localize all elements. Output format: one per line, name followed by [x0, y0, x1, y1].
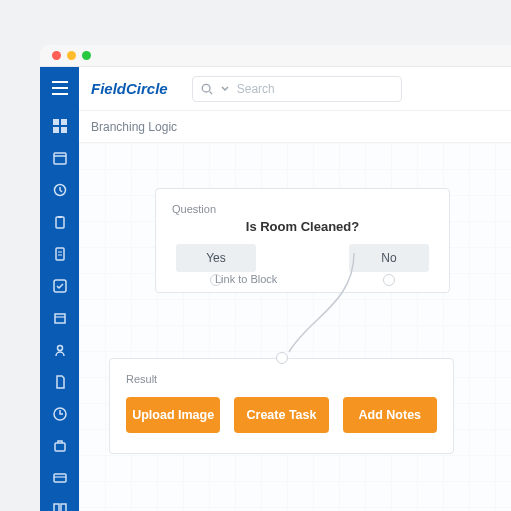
- maximize-window-dot[interactable]: [82, 51, 91, 60]
- breadcrumb-text: Branching Logic: [91, 120, 177, 134]
- svg-rect-13: [55, 443, 65, 451]
- svg-rect-7: [58, 216, 62, 218]
- options-row: Yes No: [172, 244, 433, 272]
- svg-rect-10: [55, 314, 65, 323]
- option-yes[interactable]: Yes: [176, 244, 256, 272]
- app-body: $ FieldCircle Branching Logic Question I…: [40, 67, 511, 511]
- add-notes-button[interactable]: Add Notes: [343, 397, 437, 433]
- sidebar: $: [40, 67, 79, 511]
- link-to-block-label: Link to Block: [215, 273, 277, 285]
- search-input[interactable]: [237, 82, 393, 96]
- question-node[interactable]: Question Is Room Cleaned? Yes No: [155, 188, 450, 293]
- svg-rect-15: [54, 504, 59, 511]
- clipboard-icon[interactable]: [52, 215, 68, 229]
- briefcase-icon[interactable]: [52, 439, 68, 453]
- question-node-label: Question: [172, 203, 433, 215]
- breadcrumb: Branching Logic: [79, 111, 511, 143]
- upload-image-button[interactable]: Upload Image: [126, 397, 220, 433]
- result-node[interactable]: Result Upload Image Create Task Add Note…: [109, 358, 454, 454]
- svg-rect-0: [53, 119, 59, 125]
- create-task-button[interactable]: Create Task: [234, 397, 328, 433]
- brand-logo: FieldCircle: [91, 80, 168, 97]
- option-no[interactable]: No: [349, 244, 429, 272]
- svg-rect-4: [54, 153, 66, 164]
- main-area: FieldCircle Branching Logic Question Is …: [79, 67, 511, 511]
- document-icon[interactable]: [52, 375, 68, 389]
- contacts-icon[interactable]: [52, 343, 68, 357]
- titlebar: [40, 45, 511, 67]
- search-box[interactable]: [192, 76, 402, 102]
- svg-rect-3: [61, 127, 67, 133]
- clock-icon[interactable]: [52, 407, 68, 421]
- svg-rect-6: [56, 217, 64, 228]
- svg-rect-8: [56, 248, 64, 260]
- option-no-label: No: [381, 251, 396, 265]
- checklist-icon[interactable]: [52, 279, 68, 293]
- actions-row: Upload Image Create Task Add Notes: [126, 397, 437, 433]
- invoice-icon[interactable]: [52, 247, 68, 261]
- calendar-icon[interactable]: [52, 151, 68, 165]
- svg-point-21: [202, 84, 210, 92]
- chevron-down-icon: [221, 85, 229, 93]
- package-icon[interactable]: [52, 311, 68, 325]
- card-icon[interactable]: [52, 471, 68, 485]
- minimize-window-dot[interactable]: [67, 51, 76, 60]
- result-node-label: Result: [126, 373, 437, 385]
- search-icon: [201, 83, 213, 95]
- svg-rect-16: [61, 504, 66, 511]
- close-window-dot[interactable]: [52, 51, 61, 60]
- app-window: $ FieldCircle Branching Logic Question I…: [40, 45, 511, 511]
- menu-icon[interactable]: [51, 81, 69, 95]
- svg-rect-14: [54, 474, 66, 482]
- history-icon[interactable]: [52, 183, 68, 197]
- port-no[interactable]: [383, 274, 395, 286]
- topbar: FieldCircle: [79, 67, 511, 111]
- svg-point-11: [57, 346, 62, 351]
- port-result-in[interactable]: [276, 352, 288, 364]
- dashboard-icon[interactable]: [52, 119, 68, 133]
- option-yes-label: Yes: [206, 251, 226, 265]
- question-text: Is Room Cleaned?: [172, 219, 433, 234]
- svg-rect-2: [53, 127, 59, 133]
- svg-rect-1: [61, 119, 67, 125]
- board-icon[interactable]: [52, 503, 68, 511]
- flow-canvas[interactable]: Question Is Room Cleaned? Yes No Link to: [79, 143, 511, 511]
